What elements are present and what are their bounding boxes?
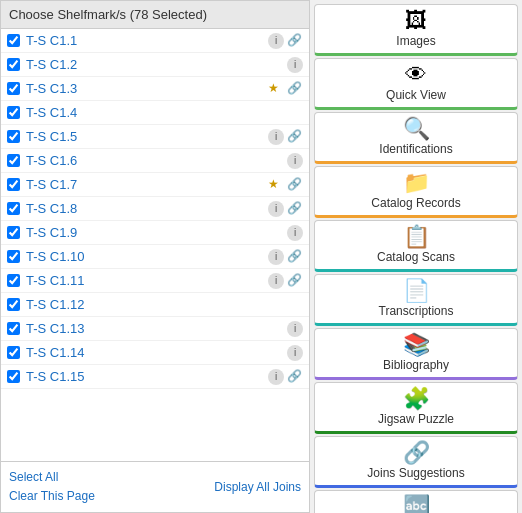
list-item: T-S C1.3★🔗	[1, 77, 309, 101]
info-icon[interactable]: i	[268, 249, 284, 265]
shelfmark-label: T-S C1.8	[26, 201, 264, 216]
info-icon[interactable]: i	[287, 225, 303, 241]
nav-button-transcriptions[interactable]: 📄Transcriptions	[314, 274, 518, 326]
list-item: T-S C1.10i🔗	[1, 245, 309, 269]
display-all-joins-link[interactable]: Display All Joins	[214, 480, 301, 494]
info-icon[interactable]: i	[268, 33, 284, 49]
shelfmark-label: T-S C1.7	[26, 177, 265, 192]
shelfmark-label: T-S C1.3	[26, 81, 265, 96]
shelfmark-checkbox[interactable]	[7, 34, 20, 47]
link-icon[interactable]: 🔗	[287, 33, 303, 49]
joins-suggestions-label: Joins Suggestions	[367, 466, 464, 480]
shelfmark-checkbox[interactable]	[7, 298, 20, 311]
shelfmark-checkbox[interactable]	[7, 226, 20, 239]
list-item: T-S C1.6i	[1, 149, 309, 173]
shelfmark-checkbox[interactable]	[7, 274, 20, 287]
shelfmark-checkbox[interactable]	[7, 154, 20, 167]
images-label: Images	[396, 34, 435, 48]
link-icon[interactable]: 🔗	[287, 81, 303, 97]
link-icon[interactable]: 🔗	[287, 201, 303, 217]
shelfmark-label: T-S C1.9	[26, 225, 283, 240]
shelfmark-label: T-S C1.6	[26, 153, 283, 168]
jigsaw-puzzle-icon: 🧩	[403, 388, 430, 410]
list-item: T-S C1.2i	[1, 53, 309, 77]
jigsaw-puzzle-label: Jigsaw Puzzle	[378, 412, 454, 426]
catalog-scans-icon: 📋	[403, 226, 430, 248]
shelfmark-label: T-S C1.5	[26, 129, 264, 144]
list-item: T-S C1.14i	[1, 341, 309, 365]
nav-button-bibliography[interactable]: 📚Bibliography	[314, 328, 518, 380]
list-item: T-S C1.1i🔗	[1, 29, 309, 53]
shelfmark-checkbox[interactable]	[7, 82, 20, 95]
shelfmark-label: T-S C1.2	[26, 57, 283, 72]
star-icon[interactable]: ★	[268, 177, 284, 193]
footer-links: Select All Clear This Page	[9, 468, 214, 506]
link-icon[interactable]: 🔗	[287, 177, 303, 193]
transcriptions-label: Transcriptions	[379, 304, 454, 318]
list-item: T-S C1.12	[1, 293, 309, 317]
nav-button-jigsaw-puzzle[interactable]: 🧩Jigsaw Puzzle	[314, 382, 518, 434]
info-icon[interactable]: i	[268, 369, 284, 385]
link-icon[interactable]: 🔗	[287, 273, 303, 289]
nav-button-word-spotting[interactable]: 🔤Word Spotting	[314, 490, 518, 513]
clear-page-link[interactable]: Clear This Page	[9, 487, 214, 506]
nav-button-identifications[interactable]: 🔍Identifications	[314, 112, 518, 164]
list-item: T-S C1.11i🔗	[1, 269, 309, 293]
catalog-records-icon: 📁	[403, 172, 430, 194]
catalog-records-label: Catalog Records	[371, 196, 460, 210]
list-item: T-S C1.8i🔗	[1, 197, 309, 221]
list-item: T-S C1.4	[1, 101, 309, 125]
panel-title: Choose Shelfmark/s (78 Selected)	[9, 7, 207, 22]
nav-button-quick-view[interactable]: 👁Quick View	[314, 58, 518, 110]
shelfmark-label: T-S C1.13	[26, 321, 283, 336]
shelfmark-checkbox[interactable]	[7, 106, 20, 119]
list-item: T-S C1.7★🔗	[1, 173, 309, 197]
list-item: T-S C1.9i	[1, 221, 309, 245]
shelfmark-label: T-S C1.15	[26, 369, 264, 384]
shelfmark-checkbox[interactable]	[7, 58, 20, 71]
link-icon[interactable]: 🔗	[287, 369, 303, 385]
list-item: T-S C1.15i🔗	[1, 365, 309, 389]
list-item: T-S C1.13i	[1, 317, 309, 341]
info-icon[interactable]: i	[287, 57, 303, 73]
right-panel: 🖼Images👁Quick View🔍Identifications📁Catal…	[310, 0, 522, 513]
shelfmark-label: T-S C1.10	[26, 249, 264, 264]
bibliography-icon: 📚	[403, 334, 430, 356]
shelfmark-checkbox[interactable]	[7, 202, 20, 215]
shelfmark-list: T-S C1.1i🔗T-S C1.2iT-S C1.3★🔗T-S C1.4T-S…	[1, 29, 309, 461]
bibliography-label: Bibliography	[383, 358, 449, 372]
transcriptions-icon: 📄	[403, 280, 430, 302]
info-icon[interactable]: i	[268, 201, 284, 217]
shelfmark-checkbox[interactable]	[7, 250, 20, 263]
shelfmark-checkbox[interactable]	[7, 346, 20, 359]
link-icon[interactable]: 🔗	[287, 249, 303, 265]
list-item: T-S C1.5i🔗	[1, 125, 309, 149]
images-icon: 🖼	[405, 10, 427, 32]
shelfmark-label: T-S C1.11	[26, 273, 264, 288]
star-icon[interactable]: ★	[268, 81, 284, 97]
shelfmark-checkbox[interactable]	[7, 178, 20, 191]
identifications-icon: 🔍	[403, 118, 430, 140]
nav-button-images[interactable]: 🖼Images	[314, 4, 518, 56]
info-icon[interactable]: i	[287, 321, 303, 337]
select-all-link[interactable]: Select All	[9, 468, 214, 487]
left-panel: Choose Shelfmark/s (78 Selected) T-S C1.…	[0, 0, 310, 513]
quick-view-label: Quick View	[386, 88, 446, 102]
shelfmark-checkbox[interactable]	[7, 130, 20, 143]
word-spotting-icon: 🔤	[403, 496, 430, 513]
shelfmark-label: T-S C1.1	[26, 33, 264, 48]
info-icon[interactable]: i	[268, 273, 284, 289]
info-icon[interactable]: i	[268, 129, 284, 145]
shelfmark-checkbox[interactable]	[7, 370, 20, 383]
nav-button-joins-suggestions[interactable]: 🔗Joins Suggestions	[314, 436, 518, 488]
info-icon[interactable]: i	[287, 345, 303, 361]
shelfmark-checkbox[interactable]	[7, 322, 20, 335]
quick-view-icon: 👁	[405, 64, 427, 86]
info-icon[interactable]: i	[287, 153, 303, 169]
identifications-label: Identifications	[379, 142, 452, 156]
nav-button-catalog-records[interactable]: 📁Catalog Records	[314, 166, 518, 218]
shelfmark-label: T-S C1.4	[26, 105, 303, 120]
catalog-scans-label: Catalog Scans	[377, 250, 455, 264]
nav-button-catalog-scans[interactable]: 📋Catalog Scans	[314, 220, 518, 272]
link-icon[interactable]: 🔗	[287, 129, 303, 145]
